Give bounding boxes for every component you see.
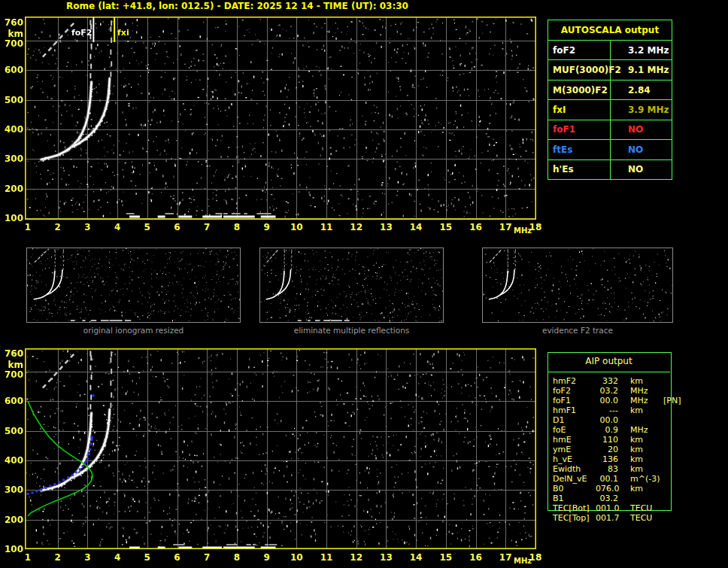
x-axis-unit-label: MHz <box>514 557 532 565</box>
aip-row-unit: m^(-3) <box>630 474 662 484</box>
autoscala-output-table: AUTOSCALA output foF23.2 MHzMUF(3000)F29… <box>548 20 672 180</box>
y-tick-label: 200 <box>1 515 23 525</box>
x-tick-label: 11 <box>317 552 336 563</box>
y-tick-label: 300 <box>1 484 23 495</box>
top-ionogram-plot <box>25 17 536 220</box>
aip-row-unit: MHz <box>630 386 662 396</box>
aip-row: Ewidth83km <box>548 464 683 474</box>
y-tick-label: 700 <box>1 38 23 49</box>
aip-row: TEC[Bot]001.0TECU <box>548 503 683 513</box>
y-tick-label: 600 <box>1 65 23 75</box>
autoscala-row: fxI3.9 MHz <box>548 100 672 120</box>
y-axis-unit-label: km <box>1 29 23 39</box>
aip-row-value: 001.7 <box>596 513 618 523</box>
aip-row-label: B0 <box>548 484 596 494</box>
autoscala-row-value: NO <box>611 120 672 139</box>
autoscala-table-header: AUTOSCALA output <box>548 20 672 41</box>
y-tick-label: 300 <box>1 153 23 164</box>
aip-row-label: hmE <box>548 435 596 445</box>
aip-row: D100.0 <box>548 415 683 425</box>
x-tick-label: 7 <box>197 222 217 232</box>
x-tick-label: 9 <box>257 222 277 232</box>
y-tick-label: 400 <box>1 455 23 466</box>
aip-row: foE0.9MHz <box>548 425 683 435</box>
x-tick-label: 1 <box>18 552 38 563</box>
thumbnail-label-evidence: evidence F2 trace <box>482 326 673 336</box>
aip-row-value: 001.0 <box>596 503 618 513</box>
x-tick-label: 15 <box>436 552 456 563</box>
aip-row-value: 00.0 <box>596 415 618 425</box>
autoscala-row-value: 9.1 MHz <box>611 60 672 79</box>
aip-row-value: 00.0 <box>596 396 618 405</box>
autoscala-table-rows: foF23.2 MHzMUF(3000)F29.1 MHzM(3000)F22.… <box>548 41 672 179</box>
aip-row-value: 20 <box>596 445 618 454</box>
x-tick-label: 5 <box>138 222 157 232</box>
aip-row-unit: km <box>630 484 662 494</box>
aip-table-rows: hmF2332kmfoF203.2MHzfoF100.0MHz[PN]hmF1-… <box>548 376 683 523</box>
x-axis-unit-label: MHz <box>514 226 532 235</box>
aip-row-unit: TECU <box>630 503 662 513</box>
autoscala-row: MUF(3000)F29.1 MHz <box>548 60 672 80</box>
autoscala-row: foF1NO <box>548 120 672 140</box>
x-tick-label: 7 <box>197 552 217 563</box>
x-tick-label: 8 <box>227 222 247 232</box>
autoscala-row-label: foF2 <box>548 41 611 59</box>
x-tick-label: 4 <box>108 222 127 232</box>
autoscala-row: h'EsNO <box>548 160 672 179</box>
y-tick-label: 760 <box>1 17 23 28</box>
aip-row-unit: km <box>630 464 662 474</box>
autoscala-row: foF23.2 MHz <box>548 41 672 60</box>
autoscala-row-value: 3.9 MHz <box>611 100 672 119</box>
y-tick-label: 500 <box>1 426 23 436</box>
aip-row-label: D1 <box>548 415 596 425</box>
thumbnail-original-ionogram <box>26 248 241 323</box>
aip-row-value: 03.2 <box>596 494 618 503</box>
aip-row-unit: MHz <box>630 396 662 405</box>
aip-row-label: ymE <box>548 445 596 454</box>
autoscala-row-value: 3.2 MHz <box>611 41 672 59</box>
x-tick-label: 3 <box>77 552 97 563</box>
aip-row-note: [PN] <box>663 396 681 405</box>
x-tick-label: 10 <box>287 552 306 563</box>
aip-row-unit <box>630 415 662 425</box>
aip-row-unit: km <box>630 445 662 454</box>
autoscala-row-label: MUF(3000)F2 <box>548 60 611 79</box>
aip-row-label: foF2 <box>548 386 596 396</box>
aip-row-value: 03.2 <box>596 386 618 396</box>
y-tick-label: 600 <box>1 396 23 406</box>
aip-row: hmE110km <box>548 435 683 445</box>
thumbnail-eliminate-reflections <box>259 248 444 323</box>
autoscala-row-label: foF1 <box>548 120 611 139</box>
x-tick-label: 12 <box>347 552 366 563</box>
aip-row-value: 00.1 <box>596 474 618 484</box>
aip-row-label: hmF2 <box>548 376 596 386</box>
aip-row-value: 076.0 <box>596 484 618 494</box>
autoscala-row: ftEsNO <box>548 140 672 159</box>
autoscala-row-value: 2.84 <box>611 80 672 99</box>
thumbnail-evidence-f2-trace-image <box>483 248 672 322</box>
x-tick-label: 13 <box>376 552 396 563</box>
fxi-marker-label: fxi <box>117 28 129 38</box>
aip-row: DelN_vE00.1m^(-3) <box>548 474 683 484</box>
page-title: Rome (lat: +41.8, lon: 012.5) - DATE: 20… <box>66 1 408 11</box>
aip-row-value: 332 <box>596 376 618 386</box>
aip-row-label: h_vE <box>548 454 596 464</box>
x-tick-label: 13 <box>376 222 396 232</box>
aip-row: h_vE136km <box>548 454 683 464</box>
x-tick-label: 9 <box>257 552 277 563</box>
aip-row-value: 136 <box>596 454 618 464</box>
x-tick-label: 1 <box>18 222 38 232</box>
autoscala-row: M(3000)F22.84 <box>548 80 672 100</box>
aip-table-divider <box>548 372 670 372</box>
x-tick-label: 17 <box>496 552 515 563</box>
aip-row: foF100.0MHz[PN] <box>548 396 683 405</box>
thumbnail-evidence-f2-trace <box>482 248 673 323</box>
x-tick-label: 12 <box>347 222 366 232</box>
x-tick-label: 14 <box>406 222 426 232</box>
x-tick-label: 16 <box>466 222 486 232</box>
x-tick-label: 10 <box>287 222 306 232</box>
y-axis-unit-label: km <box>1 360 23 370</box>
aip-row: ymE20km <box>548 445 683 454</box>
x-tick-label: 2 <box>48 552 68 563</box>
aip-row-unit: km <box>630 454 662 464</box>
